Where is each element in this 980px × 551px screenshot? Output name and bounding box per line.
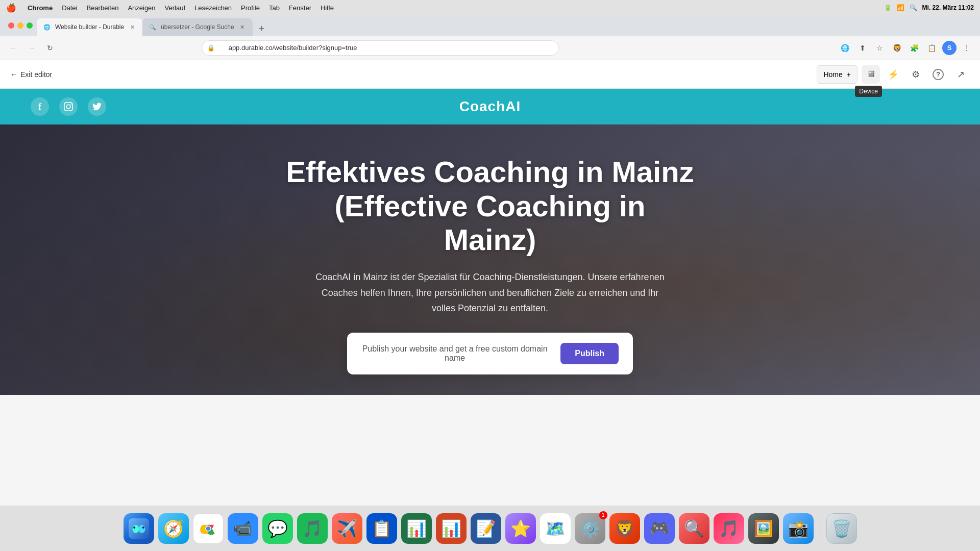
minimize-button[interactable] — [17, 22, 23, 29]
tab-title-2: übersetzer - Google Suche — [161, 23, 234, 31]
dock-item-spotify[interactable]: 🎵 — [297, 513, 328, 544]
settings-icon: ⚙ — [912, 69, 920, 80]
tab-title-1: Website builder - Durable — [55, 23, 124, 31]
dock-item-finder[interactable] — [124, 513, 154, 544]
tab-active[interactable]: 🌐 Website builder - Durable ✕ — [37, 18, 142, 36]
address-bar-wrapper: 🔒 app.durable.co/website/builder?signup=… — [197, 40, 564, 56]
menubar-datei[interactable]: Datei — [62, 4, 77, 12]
dock-item-screen-permission[interactable]: 📸 — [783, 513, 814, 544]
toolbar-right: Home + 🖥 Device ⚡ ⚙ ? ↗ — [817, 65, 970, 84]
dock-item-chrome[interactable] — [193, 513, 224, 544]
menubar-profile[interactable]: Profile — [241, 4, 260, 12]
brave-icon[interactable]: 🦁 — [890, 41, 904, 55]
dock-item-brave[interactable]: 🦁 — [609, 513, 640, 544]
menu-wifi-icon: 📶 — [897, 4, 904, 11]
menubar: 🍎 Chrome Datei Bearbeiten Anzeigen Verla… — [0, 0, 980, 15]
share-icon[interactable]: ⬆ — [855, 41, 870, 55]
dock-item-whatsapp[interactable]: 💬 — [262, 513, 293, 544]
new-tab-button[interactable]: + — [255, 21, 269, 36]
device-icon: 🖥 — [866, 69, 875, 80]
settings-button[interactable]: ⚙ — [906, 65, 925, 84]
page-name: Home — [823, 70, 842, 79]
sidebar-icon[interactable]: 📋 — [925, 41, 939, 55]
svg-point-3 — [133, 527, 135, 529]
help-icon: ? — [933, 69, 944, 80]
back-arrow-icon: ← — [10, 70, 17, 79]
external-link-button[interactable]: ↗ — [951, 65, 970, 84]
device-tooltip: Device — [855, 86, 882, 97]
menubar-fenster[interactable]: Fenster — [289, 4, 311, 12]
maximize-button[interactable] — [27, 22, 33, 29]
svg-point-8 — [206, 526, 210, 531]
page-selector[interactable]: Home + — [817, 65, 857, 84]
site-logo: CoachAI — [459, 98, 521, 115]
bookmark-icon[interactable]: ☆ — [873, 41, 887, 55]
more-menu[interactable]: ⋮ — [960, 41, 974, 55]
device-button[interactable]: 🖥 Device — [862, 65, 880, 84]
exit-editor-button[interactable]: ← Exit editor — [10, 70, 52, 79]
menubar-chrome[interactable]: Chrome — [28, 4, 53, 12]
dock: 🧭 📹 💬 🎵 ✈️ 📋 📊 — [0, 505, 980, 551]
tabbar: 🌐 Website builder - Durable ✕ 🔍 übersetz… — [0, 15, 980, 36]
menubar-lesezeichen[interactable]: Lesezeichen — [194, 4, 232, 12]
svg-point-1 — [132, 524, 139, 533]
dock-item-trello[interactable]: 📋 — [366, 513, 397, 544]
extension-icon[interactable]: 🧩 — [908, 41, 922, 55]
back-button[interactable]: ← — [6, 41, 20, 55]
dock-item-music[interactable]: 🎵 — [714, 513, 744, 544]
dock-item-trash[interactable]: 🗑️ — [826, 513, 857, 544]
dock-item-discord[interactable]: 🎮 — [644, 513, 675, 544]
dock-item-airmail[interactable]: ✈️ — [332, 513, 362, 544]
browser-window: 🌐 Website builder - Durable ✕ 🔍 übersetz… — [0, 15, 980, 551]
svg-point-4 — [142, 527, 144, 529]
instagram-icon[interactable] — [59, 97, 78, 116]
dock-item-powerpoint[interactable]: 📊 — [436, 513, 467, 544]
menubar-verlauf[interactable]: Verlauf — [165, 4, 185, 12]
facebook-icon[interactable]: f — [31, 97, 49, 116]
dock-separator — [820, 516, 820, 541]
dock-item-proxyman[interactable]: 🔍 — [679, 513, 709, 544]
dock-item-excel[interactable]: 📊 — [401, 513, 432, 544]
hero-title: Effektives Coaching in Mainz (Effective … — [286, 155, 694, 257]
dock-item-word[interactable]: 📝 — [471, 513, 501, 544]
address-input[interactable]: 🔒 app.durable.co/website/builder?signup=… — [202, 40, 559, 56]
profile-avatar[interactable]: S — [942, 41, 957, 55]
menubar-hilfe[interactable]: Hilfe — [321, 4, 334, 12]
apple-menu[interactable]: 🍎 — [6, 3, 16, 13]
chrome-icon[interactable]: 🌐 — [838, 41, 852, 55]
tab-list: 🌐 Website builder - Durable ✕ 🔍 übersetz… — [37, 15, 976, 36]
hero-title-line2: (Effective Coaching in Mainz) — [334, 189, 645, 257]
dock-item-safari[interactable]: 🧭 — [158, 513, 189, 544]
menubar-bearbeiten[interactable]: Bearbeiten — [86, 4, 118, 12]
dock-item-image-optimizer[interactable]: 🖼️ — [748, 513, 779, 544]
browser-actions: 🌐 ⬆ ☆ 🦁 🧩 📋 S ⋮ — [838, 41, 974, 55]
hero-content: Effektives Coaching in Mainz (Effective … — [286, 155, 694, 374]
reload-button[interactable]: ↻ — [43, 41, 57, 55]
tab-favicon-1: 🌐 — [43, 23, 51, 31]
help-button[interactable]: ? — [929, 65, 947, 84]
traffic-lights — [8, 22, 33, 29]
dock-item-maps[interactable]: 🗺️ — [540, 513, 571, 544]
dock-item-reeder[interactable]: ⭐ — [505, 513, 536, 544]
tab-close-1[interactable]: ✕ — [128, 23, 136, 31]
dock-item-system-preferences[interactable]: ⚙️ — [575, 513, 605, 544]
page-selector-add: + — [847, 70, 851, 79]
twitter-icon[interactable] — [88, 97, 106, 116]
tab-close-2[interactable]: ✕ — [238, 23, 247, 31]
menu-battery-icon: 🔋 — [884, 4, 892, 11]
address-text: app.durable.co/website/builder?signup=tr… — [220, 44, 357, 52]
menubar-anzeigen[interactable]: Anzeigen — [128, 4, 155, 12]
lightning-button[interactable]: ⚡ — [884, 65, 902, 84]
publish-button[interactable]: Publish — [560, 343, 619, 364]
lightning-icon: ⚡ — [888, 69, 899, 80]
hero-title-line1: Effektives Coaching in Mainz — [286, 155, 694, 188]
publish-banner: Publish your website and get a free cust… — [347, 333, 633, 374]
hero-section: Effektives Coaching in Mainz (Effective … — [0, 124, 980, 395]
tab-inactive[interactable]: 🔍 übersetzer - Google Suche ✕ — [142, 18, 252, 36]
dock-item-zoom[interactable]: 📹 — [228, 513, 258, 544]
menu-search-icon[interactable]: 🔍 — [910, 4, 917, 11]
editor-toolbar: ← Exit editor Home + 🖥 Device ⚡ ⚙ ? ↗ — [0, 60, 980, 89]
menubar-tab[interactable]: Tab — [269, 4, 280, 12]
forward-button[interactable]: → — [24, 41, 39, 55]
close-button[interactable] — [8, 22, 14, 29]
